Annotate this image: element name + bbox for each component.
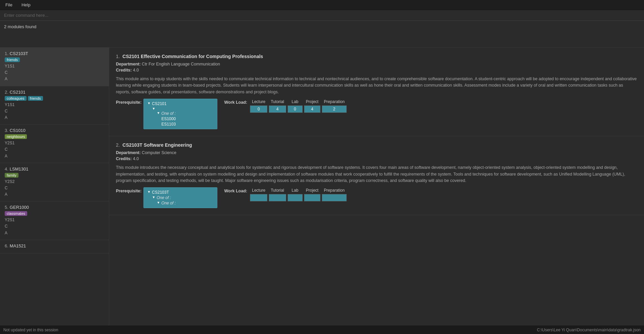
workload-th-preparation: Preparation bbox=[321, 99, 347, 105]
module-bottom-2: Prerequisite: ▼ CS2103T ▼ One of : bbox=[116, 187, 637, 208]
prereq-label-1: Prerequisite: bbox=[116, 99, 141, 105]
sidebar-item-meta-4: Y2S2 C A bbox=[5, 179, 104, 198]
prereq-tree-1: ▼ CS2101 ▼ ▼ One of : bbox=[143, 99, 217, 129]
tree-node-es1103: ES1103 bbox=[161, 122, 214, 127]
status-bar: Not updated yet in this session C:\Users… bbox=[0, 326, 644, 334]
sidebar-item-number-5: 5. bbox=[5, 205, 8, 210]
sidebar-item-title-4: 4.LSM1301 bbox=[5, 166, 104, 172]
sidebar: 1.CS2103T friends Y1S1 C A 2.CS2101 coll… bbox=[0, 48, 109, 326]
tag-row-3: neighbours bbox=[5, 134, 104, 139]
workload-section-1: Work Load: Lecture Tutorial Lab Project … bbox=[224, 99, 347, 113]
module-department-1: Department: Ctr For English Language Com… bbox=[116, 62, 637, 66]
sidebar-item-title-6: 6.MA1521 bbox=[5, 243, 104, 248]
sidebar-item-ma1521[interactable]: 6.MA1521 bbox=[0, 240, 109, 253]
tree-label-root-1: CS2101 bbox=[152, 101, 166, 106]
sidebar-item-title-2: 2.CS2101 bbox=[5, 90, 104, 95]
workload-th-lecture-2: Lecture bbox=[249, 187, 268, 193]
command-input[interactable] bbox=[4, 13, 640, 18]
sidebar-item-number-1: 1. bbox=[5, 51, 8, 56]
module-bottom-1: Prerequisite: ▼ CS2101 ▼ ▼ bbox=[116, 99, 637, 129]
tag-neighbours: neighbours bbox=[5, 134, 27, 139]
main-content: 1.CS2103T friends Y1S1 C A 2.CS2101 coll… bbox=[0, 48, 644, 326]
prereq-section-1: Prerequisite: ▼ CS2101 ▼ ▼ bbox=[116, 99, 217, 129]
workload-th-project-2: Project bbox=[303, 187, 321, 193]
sidebar-item-meta-1: Y1S1 C A bbox=[5, 63, 104, 83]
status-left: Not updated yet in this session bbox=[3, 328, 58, 332]
workload-cell-lecture-1: 0 bbox=[249, 105, 268, 113]
menu-help[interactable]: Help bbox=[19, 2, 33, 8]
module-department-2: Department: Computer Science bbox=[116, 150, 637, 155]
workload-cell-project-2 bbox=[303, 193, 321, 202]
sidebar-item-ger1000[interactable]: 5.GER1000 classmates Y2S1 C A bbox=[0, 201, 109, 240]
tag-classmates: classmates bbox=[5, 211, 27, 216]
module-title-2: 2. CS2103T Software Engineering bbox=[116, 142, 637, 148]
menu-bar: File Help bbox=[0, 0, 644, 10]
workload-cell-preparation-1: 2 bbox=[321, 105, 347, 113]
workload-table-2: Lecture Tutorial Lab Project Preparation bbox=[249, 187, 347, 202]
workload-th-tutorial: Tutorial bbox=[268, 99, 287, 105]
workload-cell-lab-1: 0 bbox=[287, 105, 303, 113]
workload-row-2 bbox=[249, 193, 347, 202]
workload-cell-project-1: 4 bbox=[303, 105, 321, 113]
tree-arrow-1: ▼ bbox=[147, 101, 151, 105]
sidebar-item-meta-3: Y2S1 C A bbox=[5, 140, 104, 159]
workload-cell-lecture-2 bbox=[249, 193, 268, 202]
sidebar-item-cs1010[interactable]: 3.CS1010 neighbours Y2S1 C A bbox=[0, 125, 109, 163]
tree-children-1: ▼ ▼ One of : ES1000 bbox=[152, 106, 214, 127]
tree-node-root-2: ▼ CS2103T bbox=[147, 190, 214, 195]
tag-row-1: friends bbox=[5, 57, 104, 62]
sidebar-item-lsm1301[interactable]: 4.LSM1301 family Y2S2 C A bbox=[0, 163, 109, 202]
sidebar-item-number-6: 6. bbox=[5, 243, 8, 248]
tree-children-2b: ▼ One of : bbox=[157, 200, 214, 206]
workload-table-wrap-1: Lecture Tutorial Lab Project Preparation… bbox=[249, 99, 347, 113]
workload-th-preparation-2: Preparation bbox=[321, 187, 347, 193]
workload-table-wrap-2: Lecture Tutorial Lab Project Preparation bbox=[249, 187, 347, 202]
workload-table-1: Lecture Tutorial Lab Project Preparation… bbox=[249, 99, 347, 113]
tag-row-4: family bbox=[5, 173, 104, 178]
tag-friends-2: friends bbox=[28, 96, 43, 101]
workload-row-1: 0 4 0 4 2 bbox=[249, 105, 347, 113]
status-right: C:\Users\Lee Yi Quan\Documents\main\data… bbox=[537, 328, 641, 332]
result-bar: 2 modules found bbox=[0, 21, 644, 48]
tag-row-5: classmates bbox=[5, 211, 104, 216]
command-bar bbox=[0, 10, 644, 21]
workload-cell-tutorial-2 bbox=[268, 193, 287, 202]
sidebar-item-number-2: 2. bbox=[5, 90, 8, 95]
sidebar-item-number-4: 4. bbox=[5, 166, 8, 172]
sidebar-item-meta-2: Y1S1 C A bbox=[5, 102, 104, 121]
workload-th-tutorial-2: Tutorial bbox=[268, 187, 287, 193]
sidebar-item-title-5: 5.GER1000 bbox=[5, 205, 104, 210]
tree-node-arrow-1: ▼ bbox=[152, 106, 214, 111]
sidebar-item-title-3: 3.CS1010 bbox=[5, 128, 104, 133]
module-description-1: This module aims to equip students with … bbox=[116, 76, 637, 95]
tree-children-1b: ▼ One of : ES1000 ES1103 bbox=[157, 111, 214, 127]
tag-family: family bbox=[5, 173, 18, 178]
prereq-tree-2: ▼ CS2103T ▼ One of : ▼ One of bbox=[143, 187, 217, 208]
tree-node-oneof-1: ▼ One of : bbox=[157, 111, 214, 116]
tree-node-es1000: ES1000 bbox=[161, 116, 214, 122]
workload-th-lab: Lab bbox=[287, 99, 303, 105]
prereq-section-2: Prerequisite: ▼ CS2103T ▼ One of : bbox=[116, 187, 217, 208]
module-card-1: 1. CS2101 Effective Communication for Co… bbox=[109, 48, 644, 136]
module-title-1: 1. CS2101 Effective Communication for Co… bbox=[116, 54, 637, 59]
workload-label-1: Work Load: bbox=[224, 99, 247, 105]
module-description-2: This module introduces the necessary con… bbox=[116, 164, 637, 184]
workload-th-project: Project bbox=[303, 99, 321, 105]
tree-children-1c: ES1000 ES1103 bbox=[161, 116, 214, 127]
detail-panel: 1. CS2101 Effective Communication for Co… bbox=[109, 48, 644, 326]
result-count: 2 modules found bbox=[4, 24, 36, 29]
tree-node-oneof-2b: ▼ One of : bbox=[157, 200, 214, 206]
workload-label-2: Work Load: bbox=[224, 187, 247, 193]
menu-file[interactable]: File bbox=[3, 2, 14, 8]
workload-th-lecture: Lecture bbox=[249, 99, 268, 105]
tag-friends-1: friends bbox=[5, 57, 20, 62]
workload-section-2: Work Load: Lecture Tutorial Lab Project … bbox=[224, 187, 347, 202]
sidebar-item-title-1: 1.CS2103T bbox=[5, 51, 104, 56]
workload-cell-lab-2 bbox=[287, 193, 303, 202]
sidebar-item-number-3: 3. bbox=[5, 128, 8, 133]
sidebar-item-cs2101[interactable]: 2.CS2101 colleagues friends Y1S1 C A bbox=[0, 86, 109, 125]
module-credits-1: Credits: 4.0 bbox=[116, 68, 637, 73]
sidebar-item-cs2103t[interactable]: 1.CS2103T friends Y1S1 C A bbox=[0, 48, 109, 86]
tree-oneof-label-1: One of : bbox=[161, 111, 176, 116]
workload-cell-tutorial-1: 4 bbox=[268, 105, 287, 113]
